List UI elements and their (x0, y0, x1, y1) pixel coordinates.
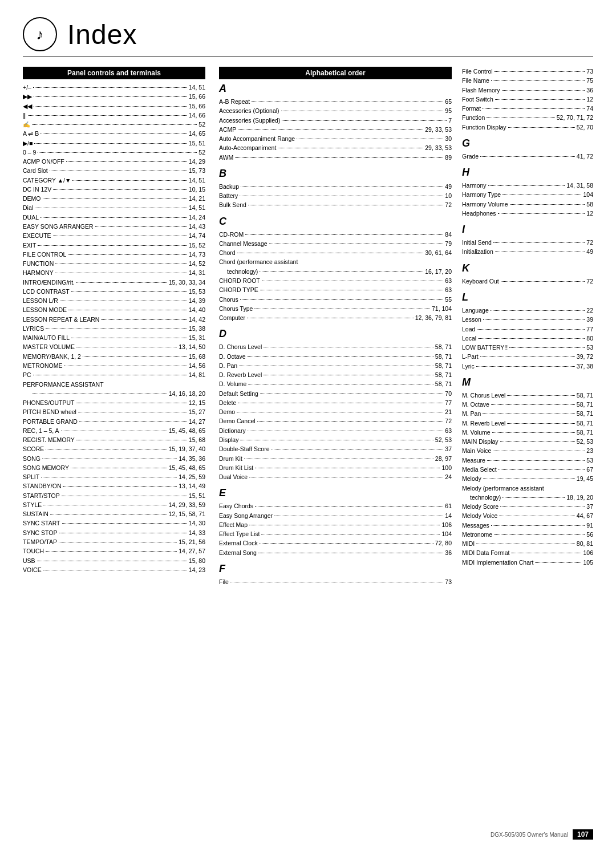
entry-dots (254, 309, 430, 309)
list-item: Load77 (462, 325, 593, 334)
list-item: FUNCTION14, 52 (23, 259, 205, 268)
list-item: Messages91 (462, 521, 593, 530)
entry-name: Foot Switch (462, 95, 493, 104)
entry-page: 52, 70, 71, 72 (557, 113, 593, 122)
entry-dots (501, 281, 585, 282)
entry-name: PERFORMANCE ASSISTANT (23, 380, 104, 389)
page: ♪ Index Panel controls and terminals +/–… (0, 0, 616, 851)
entry-name: Flash Memory (462, 86, 500, 95)
entry-dots (71, 338, 187, 338)
entry-name: AWM (219, 153, 233, 162)
list-item: SCORE15, 19, 37, 40 (23, 444, 205, 453)
entry-dots (40, 217, 187, 218)
entry-dots (247, 318, 414, 318)
entry-page: 100 (441, 463, 452, 472)
list-item: PHONES/OUTPUT12, 15 (23, 398, 205, 407)
entry-dots (62, 496, 187, 496)
alpha-letter: F (219, 563, 452, 575)
entry-name: ▶/■ (23, 139, 33, 148)
entry-page: 105 (583, 558, 593, 567)
entry-name: External Clock (219, 538, 258, 548)
alpha-letter: L (462, 291, 593, 303)
list-item: MAIN Display52, 53 (462, 437, 593, 446)
entry-name: PC (23, 370, 31, 379)
list-item: Backup49 (219, 182, 452, 191)
entry-name: SPLIT (23, 472, 39, 481)
panel-section: Panel controls and terminals +/–14, 51▶▶… (23, 67, 205, 574)
entry-page: 37, 38 (577, 362, 593, 371)
entry-name: CHORD TYPE (219, 285, 258, 294)
entry-page: 52 (198, 120, 205, 129)
entry-page: 36 (586, 86, 593, 95)
entry-name: M. Pan (462, 409, 481, 418)
entry-page: 15, 38 (189, 324, 205, 333)
list-item: Language22 (462, 306, 593, 315)
entry-page: 72 (445, 416, 452, 426)
list-item: Battery10 (219, 191, 452, 200)
entry-page: 15, 51 (189, 491, 205, 500)
list-item: 0 – 952 (23, 148, 205, 157)
entry-name: STYLE (23, 500, 42, 509)
entry-page: 67 (586, 465, 593, 474)
entry-page: 14, 56 (189, 361, 205, 370)
list-item: USB15, 80 (23, 556, 205, 565)
entry-page: 44, 67 (577, 511, 593, 520)
entry-page: 56 (586, 530, 593, 539)
entry-name: Harmony Type (462, 190, 501, 199)
list-item: M. Pan58, 71 (462, 409, 593, 418)
alpha-letter: I (462, 224, 593, 236)
entry-name: Computer (219, 313, 245, 322)
list-item: Metronome56 (462, 530, 593, 539)
entry-dots (258, 553, 443, 553)
entry-name: M. Chorus Level (462, 391, 505, 400)
entry-dots (50, 171, 187, 171)
list-item: M. Chorus Level58, 71 (462, 391, 593, 400)
list-item: Accessories (Optional)95 (219, 106, 452, 115)
list-item: Effect Map106 (219, 520, 452, 529)
list-item: DC IN 12V10, 15 (23, 185, 205, 194)
list-item: Demo21 (219, 407, 452, 416)
entry-name: External Song (219, 548, 257, 557)
entry-page: 16, 17, 20 (425, 267, 452, 276)
entry-name: FILE CONTROL (23, 250, 66, 259)
list-item: INTRO/ENDING/rit.15, 30, 33, 34 (23, 278, 205, 287)
entry-dots (480, 156, 575, 157)
entry-page: 53 (586, 456, 593, 465)
entry-page: 63 (445, 426, 452, 435)
list-item: technology)18, 19, 20 (462, 493, 593, 502)
list-item: External Clock72, 80 (219, 538, 452, 548)
entry-dots (269, 244, 444, 244)
list-item: Accessories (Supplied)7 (219, 116, 452, 125)
entry-dots (500, 441, 575, 442)
list-item: A-B Repeat65 (219, 97, 452, 106)
entry-name: Harmony Volume (462, 200, 508, 209)
list-item: EXECUTE14, 74 (23, 231, 205, 240)
list-item: LESSON REPEAT & LEARN14, 42 (23, 315, 205, 324)
entry-name: Dial (23, 203, 33, 212)
entry-page: 15, 21, 56 (179, 537, 205, 546)
entry-name: LCD CONTRAST (23, 287, 70, 296)
entry-name: D. Volume (219, 379, 246, 388)
list-item: DEMO14, 21 (23, 194, 205, 203)
entry-dots (43, 505, 167, 505)
list-item: Keyboard Out72 (462, 277, 593, 286)
entry-name: INTRO/ENDING/rit. (23, 278, 75, 287)
entry-page: 74 (586, 104, 593, 113)
list-item: TOUCH14, 27, 57 (23, 546, 205, 556)
entry-dots (255, 468, 440, 468)
list-item: Drum Kit28, 97 (219, 454, 452, 463)
entry-name: Load (462, 325, 475, 334)
entry-dots (499, 516, 574, 516)
entry-name: technology) (227, 267, 258, 276)
entry-name: MIDI (462, 539, 475, 548)
list-item: PORTABLE GRAND14, 27 (23, 417, 205, 426)
list-item: Melody Voice44, 67 (462, 511, 593, 520)
entry-dots (245, 234, 443, 235)
entry-dots (33, 394, 167, 394)
entry-page: 15, 30, 33, 34 (169, 278, 205, 287)
entry-dots (487, 117, 554, 118)
entry-dots (248, 431, 444, 431)
entry-name: 0 – 9 (23, 148, 36, 157)
entry-page: 30, 61, 64 (425, 248, 452, 257)
entry-name: CD-ROM (219, 230, 244, 239)
